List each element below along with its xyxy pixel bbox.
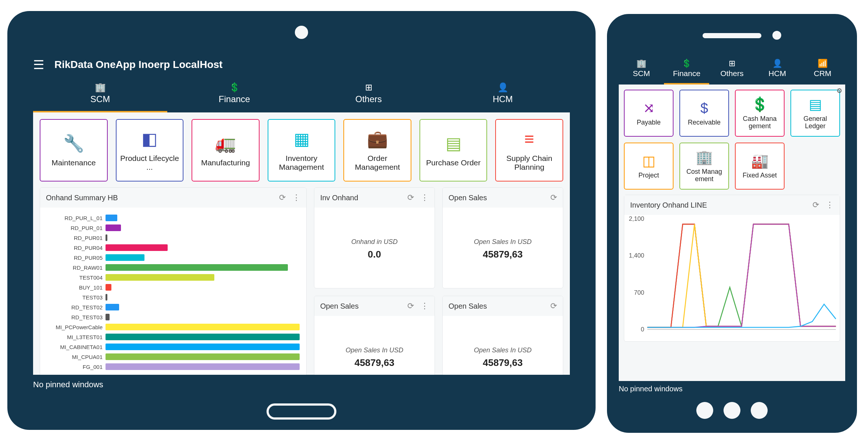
footer-text: No pinned windows (33, 375, 570, 389)
open-sales-panel-2: Open Sales ⟳⋮ Open Sales In USD 45879,63 (314, 296, 435, 375)
refresh-icon[interactable]: ⟳ (812, 200, 819, 210)
tab-finance[interactable]: 💲Finance (167, 79, 301, 112)
bar-row: RD_TEST03 (43, 313, 300, 321)
more-icon[interactable]: ⋮ (421, 193, 429, 202)
inventory-onhand-line-panel: Inventory Onhand LINE ⟳⋮ 07001,4002,100 (624, 195, 840, 342)
app-title: RikData OneApp Inoerp LocalHost (54, 59, 222, 71)
module-label: Cost Manag ement (682, 168, 726, 183)
module-icon: 🔧 (63, 133, 84, 153)
bar-label: BUY_101 (43, 284, 106, 291)
module-product-lifecycle-[interactable]: ◧Product Lifecycle ... (116, 119, 184, 182)
module-cards: 🔧Maintenance◧Product Lifecycle ...🚛Manuf… (40, 119, 563, 182)
phone-module-fixed-asset[interactable]: 🏭Fixed Asset (735, 143, 785, 190)
phone-module-cost-manag-ement[interactable]: 🏢Cost Manag ement (679, 143, 729, 190)
module-label: Receivable (688, 119, 721, 126)
bar-label: RD_RAW01 (43, 265, 106, 271)
phone-module-general-ledger[interactable]: ▤General Ledger (790, 90, 840, 137)
phone-tab-hcm[interactable]: 👤HCM (755, 57, 800, 85)
svg-text:700: 700 (634, 289, 644, 296)
more-icon[interactable]: ⋮ (421, 301, 429, 311)
bar-row: BUY_101 (43, 283, 300, 292)
module-icon: ▤ (809, 96, 822, 112)
module-icon: 🏭 (751, 153, 768, 169)
refresh-icon[interactable]: ⟳ (407, 193, 414, 202)
refresh-icon[interactable]: ⟳ (279, 193, 286, 202)
module-purchase-order[interactable]: ▤Purchase Order (419, 119, 487, 182)
phone-tab-finance[interactable]: 💲Finance (664, 57, 709, 85)
others-icon: ⊞ (709, 59, 754, 68)
bar-row: MI_CABINETA01 (43, 342, 300, 351)
phone-module-receivable[interactable]: $Receivable (679, 90, 729, 137)
module-manufacturing[interactable]: 🚛Manufacturing (192, 119, 260, 182)
tablet-home-button[interactable] (267, 403, 336, 420)
phone-camera (772, 31, 781, 40)
more-icon[interactable]: ⋮ (292, 193, 300, 202)
module-label: Supply Chain Planning (499, 154, 560, 172)
bar-label: FG_001 (43, 364, 106, 370)
bar-row: RD_PUR01 (43, 233, 300, 242)
refresh-icon[interactable]: ⟳ (407, 301, 414, 311)
phone-device: 🏢SCM💲Finance⊞Others👤HCM📶CRM ⚙ ⤨Payable$R… (607, 14, 857, 433)
bar-label: RD_PUR_L_01 (43, 215, 106, 221)
phone-tab-others[interactable]: ⊞Others (709, 57, 754, 85)
more-icon[interactable]: ⋮ (826, 200, 834, 210)
others-icon: ⊞ (301, 82, 436, 93)
bar-label: RD_PUR04 (43, 245, 106, 251)
module-icon: $ (700, 100, 708, 116)
bar-label: TEST03 (43, 294, 106, 301)
module-label: Cash Mana gement (738, 115, 782, 130)
phone-nav-buttons[interactable] (696, 402, 768, 419)
phone-tab-crm[interactable]: 📶CRM (800, 57, 845, 85)
dashboard-row: Onhand Summary HB ⟳ ⋮ RD_PUR_L_01RD_PUR_… (40, 187, 563, 375)
module-label: Order Management (347, 154, 408, 172)
phone-module-cash-mana-gement[interactable]: 💲Cash Mana gement (735, 90, 785, 137)
module-label: Product Lifecycle ... (119, 154, 180, 172)
finance-icon: 💲 (664, 59, 709, 68)
tab-scm[interactable]: 🏢SCM (33, 79, 167, 112)
crm-icon: 📶 (800, 59, 845, 68)
phone-module-payable[interactable]: ⤨Payable (624, 90, 674, 137)
bar-row: MI_CPUA01 (43, 352, 300, 361)
module-icon: ▦ (294, 129, 310, 149)
module-icon: ≡ (524, 129, 534, 149)
module-icon: ▤ (446, 133, 461, 153)
bar-row: RD_PUR05 (43, 253, 300, 262)
module-icon: ◧ (142, 129, 157, 149)
metric-value: 45879,63 (354, 357, 394, 369)
tab-hcm[interactable]: 👤HCM (436, 79, 570, 112)
bar-label: RD_PUR_01 (43, 225, 106, 231)
phone-module-project[interactable]: ◫Project (624, 143, 674, 190)
bar-row: RD_TEST02 (43, 303, 300, 312)
bar-row: TEST004 (43, 273, 300, 282)
tablet-device: ☰ RikData OneApp Inoerp LocalHost 🏢SCM💲F… (7, 11, 596, 430)
tab-others[interactable]: ⊞Others (301, 79, 436, 112)
svg-text:1,400: 1,400 (629, 252, 644, 259)
module-icon: 💲 (751, 96, 768, 112)
phone-content: ⚙ ⤨Payable$Receivable💲Cash Mana gement▤G… (619, 85, 845, 381)
module-label: Manufacturing (201, 158, 250, 167)
module-order-management[interactable]: 💼Order Management (343, 119, 411, 182)
module-maintenance[interactable]: 🔧Maintenance (40, 119, 108, 182)
phone-speaker (703, 33, 761, 38)
inventory-line-chart: 07001,4002,100 (624, 215, 840, 341)
svg-text:0: 0 (641, 326, 644, 333)
refresh-icon[interactable]: ⟳ (550, 301, 557, 311)
module-label: Maintenance (51, 158, 96, 167)
open-sales-panel-3: Open Sales ⟳ Open Sales In USD 45879,63 (442, 296, 563, 375)
phone-tab-scm[interactable]: 🏢SCM (619, 57, 664, 85)
menu-icon[interactable]: ☰ (33, 57, 44, 72)
svg-text:2,100: 2,100 (629, 215, 644, 222)
open-sales-panel-1: Open Sales ⟳ Open Sales In USD 45879,63 (442, 187, 563, 288)
metric-value: 45879,63 (483, 249, 522, 260)
bar-row: MI_L3TEST01 (43, 333, 300, 341)
tablet-camera (295, 26, 308, 39)
gear-icon[interactable]: ⚙ (836, 87, 842, 95)
hcm-icon: 👤 (755, 59, 800, 68)
refresh-icon[interactable]: ⟳ (550, 193, 557, 202)
phone-tabs: 🏢SCM💲Finance⊞Others👤HCM📶CRM (619, 57, 845, 85)
bar-label: MI_CABINETA01 (43, 344, 106, 350)
bar-label: RD_PUR05 (43, 255, 106, 261)
module-supply-chain-planning[interactable]: ≡Supply Chain Planning (495, 119, 563, 182)
bar-label: RD_TEST03 (43, 314, 106, 320)
module-inventory-management[interactable]: ▦Inventory Management (268, 119, 336, 182)
